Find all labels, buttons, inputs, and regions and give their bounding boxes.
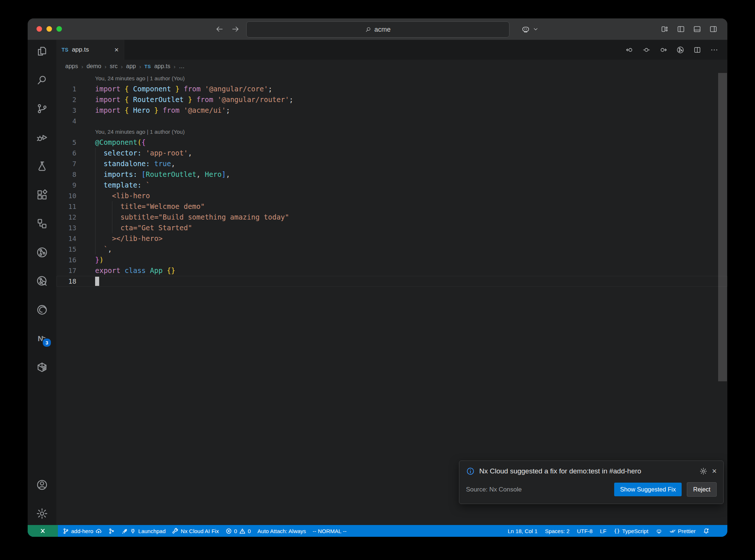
status-item-indentation[interactable]: Spaces: 2 [542,525,572,537]
line-number: 6 [56,148,76,158]
line-number: 14 [56,233,76,244]
tab-app-ts[interactable]: TS app.ts × [56,40,124,60]
line-number: 10 [56,190,76,201]
status-bar: add-heroLaunchpadNx Cloud AI Fix00Auto A… [28,525,727,537]
code-editor[interactable]: You, 24 minutes ago | 1 author (You)1imp… [56,73,727,525]
code-line-14[interactable]: 14 ></lib-hero> [56,233,727,244]
breadcrumb-item-src[interactable]: src [110,63,118,70]
split-editor-icon[interactable] [693,46,702,54]
activity-explorer[interactable] [36,45,48,57]
status-item-nx-cloud-ai-fix[interactable]: Nx Cloud AI Fix [170,525,221,537]
code-line-4[interactable]: 4 [56,116,727,126]
nav-forward-circle-icon[interactable] [659,46,668,54]
close-window-button[interactable] [36,26,42,32]
toggle-panel-right-icon[interactable] [709,25,718,34]
close-tab-icon[interactable]: × [114,46,119,53]
code-line-11[interactable]: 11 title="Welcmoe demo" [56,201,727,212]
code-line-18[interactable]: 18 [56,276,727,287]
activity-nx-console[interactable]: N>3 [36,332,48,345]
nav-forward-icon[interactable] [231,25,240,34]
status-item-branch-add-hero[interactable]: add-hero [60,525,104,537]
code-text: }) [95,255,104,265]
status-item-git-graph[interactable] [106,525,117,537]
code-text: import { Component } from '@angular/core… [95,84,272,94]
status-text: TypeScript [622,528,648,534]
breadcrumb-item-apps[interactable]: apps [65,63,78,70]
nx-run-icon[interactable] [676,46,685,54]
nav-target-icon[interactable] [642,46,651,54]
codelens[interactable]: You, 24 minutes ago | 1 author (You) [56,126,727,137]
vscode-window: acme N>3 TS app.ts × apps›demo›src›app›T… [28,18,727,537]
status-item-auto-attach[interactable]: Auto Attach: Always [255,525,309,537]
activity-search[interactable] [36,74,48,86]
activity-nx-graph-search[interactable] [36,275,48,287]
command-center-search[interactable]: acme [246,21,509,38]
code-text: import { Hero } from '@acme/ui'; [95,105,230,116]
status-item-formatter-prettier[interactable]: Prettier [667,525,698,537]
status-item-notifications-bell[interactable] [700,525,712,537]
notification-close-icon[interactable]: × [712,467,717,475]
code-text: standalone: true, [95,158,175,169]
code-line-5[interactable]: 5@Component({ [56,137,727,148]
code-line-2[interactable]: 2import { RouterOutlet } from '@angular/… [56,94,727,105]
code-line-7[interactable]: 7 standalone: true, [56,158,727,169]
breadcrumb-item-app[interactable]: app [126,63,136,70]
copilot-menu[interactable] [521,18,538,40]
status-item-eol[interactable]: LF [597,525,609,537]
activity-settings[interactable] [36,507,48,520]
code-line-13[interactable]: 13 cta="Get Started" [56,223,727,233]
activity-testing[interactable] [36,160,48,172]
activity-accounts[interactable] [36,479,48,491]
activity-edge-browser[interactable] [36,304,48,316]
notification-settings-gear-icon[interactable] [699,467,707,475]
code-line-1[interactable]: 1import { Component } from '@angular/cor… [56,84,727,94]
minimize-window-button[interactable] [46,26,52,32]
activity-containers[interactable] [36,361,48,374]
breadcrumb-symbol-tail[interactable]: … [179,63,185,70]
code-line-8[interactable]: 8 imports: [RouterOutlet, Hero], [56,169,727,180]
codelens-text: You, 24 minutes ago | 1 author (You) [95,75,185,81]
code-line-6[interactable]: 6 selector: 'app-root', [56,148,727,158]
nav-back-icon[interactable] [215,25,224,34]
reject-button[interactable]: Reject [687,482,717,497]
breadcrumb-item-file[interactable]: app.ts [154,63,170,70]
codelens[interactable]: You, 24 minutes ago | 1 author (You) [56,73,727,84]
status-item-encoding[interactable]: UTF-8 [574,525,595,537]
code-line-16[interactable]: 16}) [56,255,727,265]
code-line-9[interactable]: 9 template: ` [56,180,727,190]
status-item-problems[interactable]: 00 [223,525,254,537]
breadcrumb-item-demo[interactable]: demo [87,63,101,70]
line-number: 3 [56,105,76,116]
remote-indicator[interactable] [28,525,58,537]
customize-layout-icon[interactable] [660,25,669,34]
toggle-panel-bottom-icon[interactable] [693,25,702,34]
activity-nx-project-graph[interactable] [36,246,48,259]
code-line-3[interactable]: 3import { Hero } from '@acme/ui'; [56,105,727,116]
nav-back-circle-icon[interactable] [625,46,634,54]
status-item-language-mode[interactable]: {}TypeScript [611,525,651,537]
breadcrumb: apps›demo›src›app›TSapp.ts›… [56,60,727,73]
search-value: acme [374,26,390,34]
indent-guide [95,180,95,190]
code-line-15[interactable]: 15 `, [56,244,727,255]
status-text: UTF-8 [577,528,593,534]
code-line-10[interactable]: 10 <lib-hero [56,190,727,201]
braces-icon: {} [614,528,620,534]
activity-run-and-debug[interactable] [36,131,48,144]
code-text: import { RouterOutlet } from '@angular/r… [95,94,293,105]
status-item-cursor-position[interactable]: Ln 18, Col 1 [505,525,540,537]
toggle-panel-left-icon[interactable] [676,25,685,34]
editor-scrollbar[interactable] [718,73,727,381]
status-item-launchpad[interactable]: Launchpad [119,525,168,537]
code-line-17[interactable]: 17export class App {} [56,265,727,276]
remote-icon [39,528,46,534]
status-item-vim-mode[interactable]: -- NORMAL -- [310,525,349,537]
activity-workspace[interactable] [36,217,48,230]
activity-source-control[interactable] [36,102,48,115]
more-actions-icon[interactable] [710,46,719,54]
maximize-window-button[interactable] [56,26,62,32]
code-line-12[interactable]: 12 subtitle="Build something amazing tod… [56,212,727,223]
status-item-copilot-status[interactable] [653,525,665,537]
show-suggested-fix-button[interactable]: Show Suggested Fix [614,483,682,496]
activity-extensions[interactable] [36,189,48,201]
